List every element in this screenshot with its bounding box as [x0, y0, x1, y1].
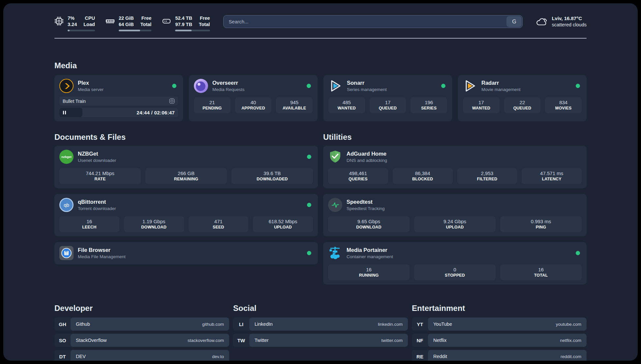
search-engine-button[interactable]: G	[506, 16, 522, 27]
stat-tile-movies: 834MOVIES	[545, 97, 582, 113]
status-online-dot	[307, 251, 311, 255]
weather-widget: Lviv, 16.87°C scattered clouds	[535, 15, 587, 28]
app-name: Media Portainer	[347, 247, 393, 254]
memory-progress-bar	[119, 30, 152, 31]
bookmark-netflix[interactable]: NF Netflix netflix.com	[412, 334, 587, 347]
bookmark-youtube[interactable]: YT YouTube youtube.com	[412, 318, 587, 331]
bookmark-name: Reddit	[433, 354, 447, 359]
pause-icon	[63, 111, 66, 114]
app-desc: Torrent downloader	[78, 206, 116, 212]
bookmark-url: youtube.com	[556, 322, 581, 327]
app-desc: Movie management	[481, 87, 521, 93]
top-bar: 7% 3.24 CPU Load	[54, 15, 587, 31]
app-desc: Media server	[78, 87, 104, 93]
bookmark-name: Github	[76, 321, 90, 327]
bookmark-stackoverflow[interactable]: SO StackOverflow stackoverflow.com	[54, 334, 229, 347]
stat-tile-wanted: 485WANTED	[328, 97, 365, 113]
stat-tile-available: 945AVAILABLE	[276, 97, 313, 113]
bookmark-url: twitter.com	[381, 338, 403, 343]
status-online-dot	[576, 251, 580, 255]
bookmark-dev[interactable]: DT DEV dev.to	[54, 350, 229, 361]
app-card-adguard[interactable]: AdGuard Home DNS and adblocking 498,461Q…	[323, 146, 587, 188]
bookmark-github[interactable]: GH Github github.com	[54, 318, 229, 331]
dashboard: 7% 3.24 CPU Load	[3, 3, 638, 361]
disk-label-1: Free	[199, 15, 210, 21]
app-name: Speedtest	[347, 198, 385, 205]
app-desc: Series management	[347, 87, 387, 93]
stat-tile-rate: 744.21 MbpsRATE	[59, 168, 141, 184]
stat-tile-latency: 47.571 msLATENCY	[522, 168, 582, 184]
app-name: Sonarr	[347, 79, 387, 86]
memory-total-value: 64 GiB	[119, 21, 134, 28]
bookmark-abbr: YT	[412, 318, 428, 331]
bookmark-abbr: RE	[412, 350, 428, 361]
app-card-overseerr[interactable]: Overseerr Media Requests 21PENDING 40APP…	[189, 75, 318, 121]
memory-stat: 22 GiB 64 GiB Free Total	[106, 15, 152, 31]
cloud-icon	[535, 16, 548, 27]
bookmark-twitter[interactable]: TW Twitter twitter.com	[233, 334, 408, 347]
status-online-dot	[441, 84, 445, 88]
app-card-filebrowser[interactable]: File Browser Media File Management	[54, 242, 318, 264]
app-card-speedtest[interactable]: Speedtest Speedtest Tracking 9.65 GbpsDO…	[323, 194, 587, 236]
app-name: File Browser	[78, 247, 126, 254]
cpu-value-percent: 7%	[68, 15, 77, 21]
stat-tile-upload: 618.52 MbpsUPLOAD	[253, 216, 313, 232]
app-desc: Container management	[347, 254, 393, 260]
app-name: Overseerr	[212, 79, 245, 86]
bookmark-url: netflix.com	[560, 338, 581, 343]
memory-free-value: 22 GiB	[119, 15, 134, 21]
section-title-developer: Developer	[54, 304, 229, 313]
disk-progress-bar	[175, 30, 210, 31]
cpu-value-load: 3.24	[68, 21, 77, 28]
app-card-portainer[interactable]: Media Portainer Container management 16R…	[323, 242, 587, 285]
section-title-entertainment: Entertainment	[412, 304, 587, 313]
bookmark-reddit[interactable]: RE Reddit reddit.com	[412, 350, 587, 361]
stat-tile-running: 16RUNNING	[328, 264, 410, 280]
stat-tile-download: 9.65 GbpsDOWNLOAD	[328, 216, 410, 232]
now-playing-title: Bullet Train	[63, 99, 86, 104]
weather-location-temp: Lviv, 16.87°C	[552, 15, 587, 22]
app-name: qBittorrent	[78, 198, 116, 205]
cpu-stat: 7% 3.24 CPU Load	[54, 15, 95, 31]
bookmark-name: DEV	[76, 354, 86, 359]
bookmark-abbr: LI	[233, 318, 249, 331]
nzbget-icon: nzbget	[59, 150, 74, 164]
weather-condition: scattered clouds	[552, 22, 587, 28]
app-card-nzbget[interactable]: nzbget NZBGet Usenet downloader 744.21 M…	[54, 146, 318, 188]
stat-tile-leech: 16LEECH	[59, 216, 119, 232]
bookmark-list-developer: GH Github github.com SO StackOverflow st…	[54, 318, 229, 361]
stat-tile-download: 1.19 GbpsDOWNLOAD	[124, 216, 184, 232]
stat-tile-stopped: 0STOPPED	[414, 264, 496, 280]
app-desc: Media File Management	[78, 254, 126, 260]
media-detail-icon[interactable]	[169, 98, 175, 104]
bookmark-name: YouTube	[433, 321, 452, 327]
app-card-sonarr[interactable]: Sonarr Series management 485WANTED 17QUE…	[323, 75, 452, 121]
media-grid: Plex Media server Bullet Train 24:44 / 0…	[54, 75, 587, 121]
search-input[interactable]	[224, 19, 507, 24]
bookmark-name: Twitter	[255, 338, 269, 343]
radarr-icon	[463, 79, 477, 93]
app-card-qbittorrent[interactable]: qb qBittorrent Torrent downloader 16LEEC…	[54, 194, 318, 236]
disk-total-value: 97.9 TB	[175, 21, 192, 28]
overseerr-icon	[194, 79, 208, 93]
app-name: NZBGet	[78, 150, 116, 157]
app-desc: Media Requests	[212, 87, 245, 93]
status-online-dot	[576, 84, 580, 88]
bookmark-linkedin[interactable]: LI LinkedIn linkedin.com	[233, 318, 408, 331]
disk-icon	[162, 16, 171, 26]
bookmark-abbr: SO	[54, 334, 71, 347]
bookmark-url: dev.to	[212, 354, 224, 359]
section-title-media: Media	[54, 61, 587, 70]
app-card-radarr[interactable]: Radarr Movie management 17WANTED 22QUEUE…	[458, 75, 587, 121]
disk-label-2: Total	[199, 21, 210, 28]
bookmark-url: github.com	[202, 322, 224, 327]
stat-tile-series: 196SERIES	[411, 97, 447, 113]
bookmark-abbr: DT	[54, 350, 71, 361]
bookmark-abbr: NF	[412, 334, 428, 347]
filebrowser-icon	[59, 246, 74, 260]
bookmark-name: LinkedIn	[255, 321, 273, 327]
app-card-plex[interactable]: Plex Media server Bullet Train 24:44 / 0…	[54, 75, 183, 121]
section-title-utilities: Utilities	[323, 133, 587, 142]
stat-tile-blocked: 86,384BLOCKED	[393, 168, 453, 184]
stat-tile-remaining: 266 GBREMAINING	[145, 168, 227, 184]
